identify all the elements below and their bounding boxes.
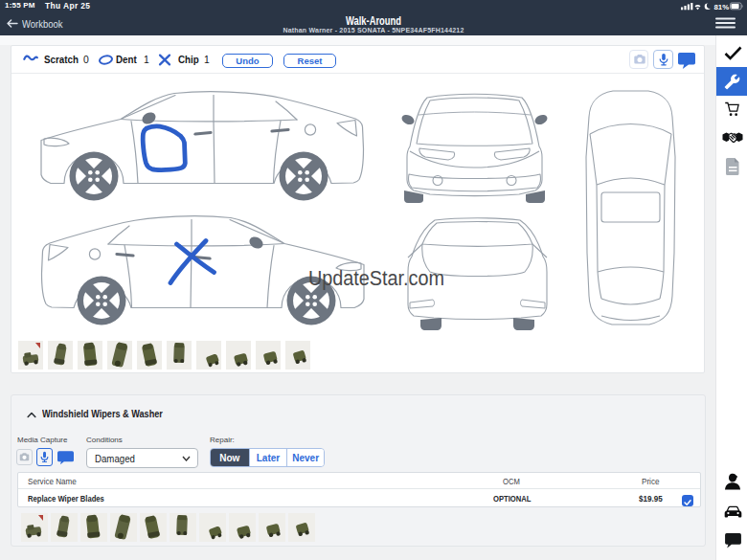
svg-text:81%: 81% (714, 2, 730, 10)
